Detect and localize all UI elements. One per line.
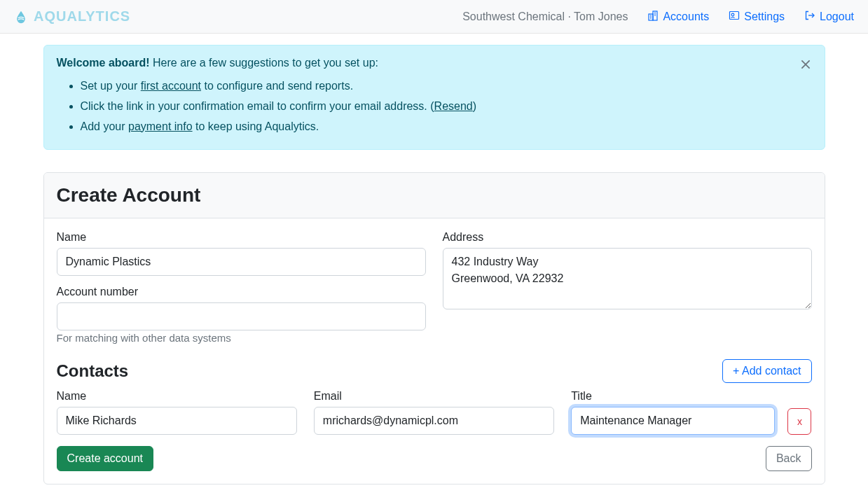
nav-settings[interactable]: Settings — [729, 10, 785, 24]
panel-header: Create Account — [44, 173, 825, 218]
brand-name: AQUALYTICS — [34, 8, 130, 25]
remove-contact-button[interactable]: x — [787, 408, 811, 435]
alert-item-payment: Add your payment info to keep using Aqua… — [81, 118, 812, 136]
address-input[interactable] — [443, 248, 812, 309]
main-container: Welcome aboard! Here are a few suggestio… — [43, 34, 825, 501]
contact-row: Name Email Title x — [57, 390, 812, 435]
nav-logout-label: Logout — [820, 11, 854, 23]
alert-heading-rest: Here are a few suggestions to get you se… — [150, 57, 378, 69]
name-input[interactable] — [57, 248, 426, 276]
name-label: Name — [57, 231, 426, 244]
contact-name-input[interactable] — [57, 407, 297, 435]
building-icon — [647, 10, 659, 24]
user-card-icon — [729, 10, 740, 24]
alert-heading-strong: Welcome aboard! — [57, 57, 150, 69]
back-button[interactable]: Back — [766, 446, 812, 471]
logout-icon — [804, 10, 815, 24]
alert-item-first-account: Set up your first account to configure a… — [81, 78, 812, 95]
nav-accounts[interactable]: Accounts — [647, 10, 709, 24]
contact-title-input[interactable] — [571, 407, 775, 435]
contact-email-input[interactable] — [314, 407, 554, 435]
contact-title-label: Title — [571, 390, 811, 403]
brand-logo-icon — [14, 10, 28, 24]
alert-item-confirm-email: Click the link in your confirmation emai… — [81, 98, 812, 116]
panel-body: Name Account number For matching with ot… — [44, 218, 825, 484]
alert-close-button[interactable] — [797, 55, 815, 76]
account-number-help: For matching with other data systems — [57, 332, 426, 344]
brand[interactable]: AQUALYTICS — [14, 8, 130, 25]
add-contact-button[interactable]: + Add contact — [722, 359, 811, 383]
contact-email-label: Email — [314, 390, 554, 403]
create-account-button[interactable]: Create account — [57, 446, 154, 471]
navbar: AQUALYTICS Southwest Chemical · Tom Jone… — [0, 0, 868, 34]
first-account-link[interactable]: first account — [141, 80, 201, 92]
resend-link[interactable]: Resend — [434, 100, 473, 112]
account-number-label: Account number — [57, 286, 426, 298]
alert-list: Set up your first account to configure a… — [57, 78, 812, 135]
alert-heading: Welcome aboard! Here are a few suggestio… — [57, 57, 812, 69]
address-label: Address — [443, 231, 812, 244]
create-account-panel: Create Account Name Account number For m… — [43, 172, 825, 484]
contact-name-label: Name — [57, 390, 297, 403]
nav-right: Southwest Chemical · Tom Jones Accounts — [462, 10, 854, 24]
account-number-input[interactable] — [57, 302, 426, 330]
welcome-alert: Welcome aboard! Here are a few suggestio… — [43, 45, 825, 150]
nav-settings-label: Settings — [744, 11, 785, 23]
page-title: Create Account — [57, 184, 812, 207]
nav-logout[interactable]: Logout — [804, 10, 854, 24]
contacts-title: Contacts — [57, 361, 129, 381]
nav-accounts-label: Accounts — [663, 11, 709, 23]
svg-point-9 — [731, 13, 734, 16]
close-icon — [799, 62, 812, 73]
payment-info-link[interactable]: payment info — [128, 120, 193, 132]
org-user-label: Southwest Chemical · Tom Jones — [462, 11, 628, 23]
